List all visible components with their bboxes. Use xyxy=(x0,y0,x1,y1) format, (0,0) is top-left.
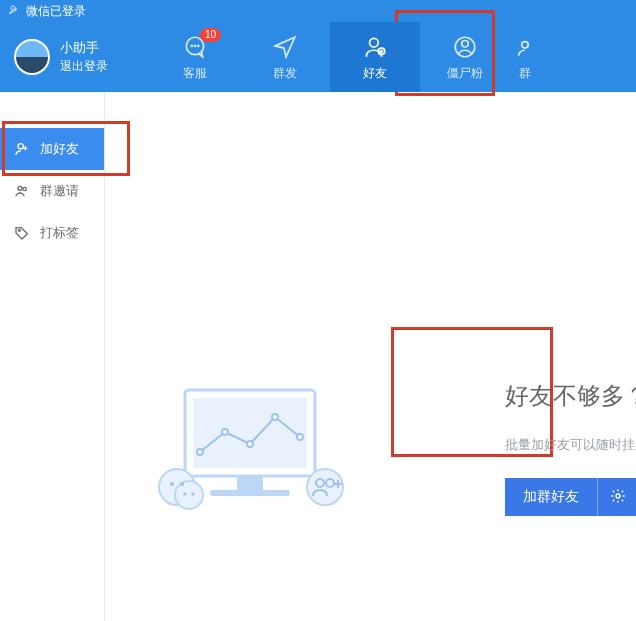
nav-label: 好友 xyxy=(363,65,387,82)
group-invite-icon xyxy=(12,183,32,199)
illustration xyxy=(155,382,345,526)
svg-point-31 xyxy=(616,494,620,498)
svg-point-15 xyxy=(197,449,203,455)
login-status: 微信已登录 xyxy=(26,3,86,20)
badge-count: 10 xyxy=(200,28,221,42)
avatar[interactable] xyxy=(14,39,50,75)
wrench-icon xyxy=(8,4,26,19)
sidebar-item-add-friend[interactable]: 加好友 xyxy=(0,128,104,170)
person-add-icon xyxy=(362,33,388,61)
header: 小助手 退出登录 10 客服 群发 好友 僵尸粉 xyxy=(0,22,636,92)
person-icon xyxy=(452,33,478,61)
nav-label: 群 xyxy=(519,65,531,82)
headline: 好友不够多？加好 xyxy=(505,380,636,412)
svg-point-18 xyxy=(272,414,278,420)
svg-point-27 xyxy=(191,492,194,495)
svg-point-4 xyxy=(370,38,379,47)
nav-label: 客服 xyxy=(183,65,207,82)
svg-point-10 xyxy=(18,186,22,190)
group-icon xyxy=(512,33,538,61)
send-icon xyxy=(272,33,298,61)
subline: 批量加好友可以随时挂起，重新打开客 xyxy=(505,436,636,454)
top-nav: 10 客服 群发 好友 僵尸粉 xyxy=(150,22,636,92)
svg-point-16 xyxy=(222,429,228,435)
svg-point-3 xyxy=(198,45,199,46)
svg-point-23 xyxy=(175,481,203,509)
svg-point-11 xyxy=(23,187,26,190)
sidebar-item-group-invite[interactable]: 群邀请 xyxy=(0,170,104,212)
svg-rect-20 xyxy=(237,476,263,490)
svg-point-25 xyxy=(180,482,184,486)
svg-point-7 xyxy=(462,40,469,47)
svg-rect-21 xyxy=(210,490,290,496)
logout-link[interactable]: 退出登录 xyxy=(60,57,108,75)
nav-zombie-fans[interactable]: 僵尸粉 xyxy=(420,22,510,92)
sidebar-item-label: 加好友 xyxy=(40,140,79,158)
sidebar-item-label: 打标签 xyxy=(40,224,79,242)
svg-point-2 xyxy=(194,45,195,46)
nav-customer-service[interactable]: 10 客服 xyxy=(150,22,240,92)
nav-label: 僵尸粉 xyxy=(447,65,483,82)
tag-icon xyxy=(12,225,32,241)
sidebar-item-label: 群邀请 xyxy=(40,182,79,200)
sidebar: 加好友 群邀请 打标签 xyxy=(0,92,105,621)
svg-point-26 xyxy=(183,492,186,495)
person-plus-icon xyxy=(12,141,32,157)
add-group-friend-button[interactable]: 加群好友 xyxy=(505,478,597,516)
svg-point-19 xyxy=(297,434,303,440)
sidebar-item-tag[interactable]: 打标签 xyxy=(0,212,104,254)
svg-point-12 xyxy=(18,229,20,231)
settings-button[interactable] xyxy=(597,478,636,516)
nav-group[interactable]: 群 xyxy=(510,22,540,92)
gear-icon xyxy=(610,488,626,507)
svg-point-1 xyxy=(191,45,192,46)
user-name: 小助手 xyxy=(60,39,108,57)
content: 好友不够多？加好 批量加好友可以随时挂起，重新打开客 加群好友 导出 xyxy=(105,92,636,621)
titlebar: 微信已登录 xyxy=(0,0,636,22)
svg-point-9 xyxy=(18,144,23,149)
user-block: 小助手 退出登录 xyxy=(0,39,150,75)
nav-group-send[interactable]: 群发 xyxy=(240,22,330,92)
svg-point-24 xyxy=(170,482,174,486)
svg-point-17 xyxy=(247,441,253,447)
nav-label: 群发 xyxy=(273,65,297,82)
svg-point-8 xyxy=(522,41,529,48)
nav-friends[interactable]: 好友 xyxy=(330,22,420,92)
svg-rect-14 xyxy=(193,398,307,468)
